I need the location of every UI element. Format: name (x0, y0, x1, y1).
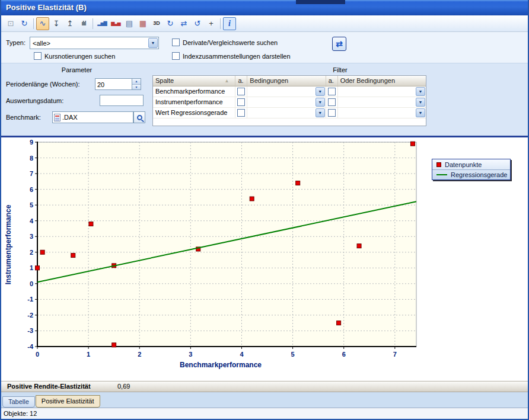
filter-row-name[interactable]: Benchmarkperformance (153, 86, 235, 97)
derivate-label: Derivate/Vergleichswerte suchen (183, 39, 278, 46)
auswertungsdatum-input[interactable] (100, 95, 144, 106)
toolbar-button-delete-table[interactable]: ▦ (136, 17, 149, 30)
y-axis-title: Instrumentperformance (4, 204, 12, 284)
tab-tabelle[interactable]: Tabelle (2, 396, 35, 408)
filter-or-condition-cell[interactable]: ▼ (338, 86, 426, 97)
toolbar-button-rotate[interactable]: ↻ (164, 17, 177, 30)
report-icon: ▤ (126, 20, 133, 27)
filter-row-name[interactable]: Wert Regressionsgerade (153, 108, 235, 118)
toolbar-button-histogram[interactable]: ılıl (77, 17, 90, 30)
parameter-filter-panel: Parameter Filter Periodenlänge (Wochen):… (1, 63, 528, 136)
column-header-and-1[interactable]: a. (235, 76, 247, 86)
title-bar: Positive Elastizität (B) (1, 0, 528, 15)
derivate-checkbox[interactable] (172, 39, 180, 46)
toolbar-buttons: ⊡↻∿↧↥ılıl▂▅▇▆▃▅▤▦3D↻⇄↺+i (4, 17, 236, 30)
spinner-up-icon[interactable]: ▲ (132, 79, 141, 85)
filter-active-checkbox[interactable] (328, 98, 336, 106)
toolbar-button-line-chart[interactable]: ∿ (36, 17, 49, 30)
index-checkbox[interactable] (172, 52, 180, 60)
dropdown-arrow-icon[interactable]: ▼ (416, 98, 425, 107)
toolbar-button-add[interactable]: + (205, 17, 218, 30)
column-header-and-2[interactable]: a. (326, 76, 338, 86)
window-title: Positive Elastizität (B) (6, 3, 87, 12)
filter-active-checkbox[interactable] (237, 88, 245, 95)
rotate-icon: ↻ (167, 20, 174, 27)
legend-item-regressionsgerade[interactable]: Regressionsgerade (432, 169, 510, 179)
y-tick-label: 4 (30, 217, 34, 225)
y-tick-label: 2 (30, 249, 33, 256)
y-tick-label: -3 (27, 327, 33, 334)
tab-positive-elastizit-t[interactable]: Positive Elastizität (36, 395, 100, 408)
filter-active-checkbox[interactable] (237, 109, 245, 117)
toolbar-button-refresh[interactable]: ↻ (18, 17, 31, 30)
data-point (250, 197, 254, 201)
benchmark-field[interactable]: .DAX (52, 111, 133, 123)
column-header-spalte[interactable]: Spalte ▲ (153, 76, 235, 86)
refresh-arrows-icon: ⇄ (336, 39, 343, 49)
typen-select[interactable]: <alle> ▼ (30, 37, 159, 49)
benchmark-search-button[interactable] (133, 111, 145, 123)
column-header-spalte-label: Spalte (155, 77, 174, 84)
dropdown-arrow-icon[interactable]: ▼ (316, 108, 325, 117)
filter-active-cell (326, 108, 338, 118)
legend-item-datenpunkte[interactable]: Datenpunkte (432, 159, 510, 169)
toolbar-button-performance-chart[interactable]: ▆▃▅ (109, 17, 122, 30)
filter-or-condition-cell[interactable]: ▼ (338, 97, 426, 107)
filter-active-checkbox[interactable] (328, 88, 336, 95)
filter-row-name[interactable]: Instrumentperformance (153, 97, 235, 107)
instrument-icon (54, 114, 60, 121)
filter-condition-cell[interactable]: ▼ (247, 86, 326, 97)
kursnotierungen-label: Kursnotierungen suchen (44, 53, 115, 60)
periodenlaenge-spinner: ▲ ▼ (95, 78, 141, 90)
periodenlaenge-input[interactable] (95, 79, 132, 89)
info-icon: i (228, 20, 231, 28)
filter-active-cell (326, 86, 338, 97)
x-tick-label: 7 (393, 351, 397, 358)
performance-chart-icon: ▆▃▅ (111, 21, 120, 26)
bar-chart-icon: ▂▅▇ (97, 21, 106, 26)
spinner-down-icon[interactable]: ▼ (132, 85, 141, 90)
toolbar-button-sort-ascending[interactable]: ↥ (63, 17, 77, 30)
filter-active-cell (235, 86, 247, 97)
x-tick-label: 0 (36, 351, 39, 358)
toolbar-button-bar-chart[interactable]: ▂▅▇ (95, 17, 109, 30)
filter-row: Benchmarkperformance▼▼ (153, 86, 426, 97)
toolbar-separator (93, 18, 93, 29)
filter-condition-cell[interactable]: ▼ (247, 108, 326, 118)
column-header-oder-bedingungen[interactable]: Oder Bedingungen (338, 76, 426, 86)
add-icon: + (209, 20, 213, 27)
spinner-buttons: ▲ ▼ (132, 79, 141, 89)
filter-header: Filter (152, 66, 528, 73)
x-tick-label: 4 (240, 351, 244, 358)
data-point (337, 321, 341, 325)
filter-table-header: Spalte ▲ a. Bedingungen a. Oder Bedingun… (153, 76, 426, 86)
dropdown-arrow-icon[interactable]: ▼ (416, 87, 425, 96)
toolbar-button-swap-axes[interactable]: ⇄ (177, 17, 190, 30)
toolbar-button-rotate-back[interactable]: ↺ (191, 17, 204, 30)
sort-ascending-icon: ▲ (224, 78, 229, 84)
toolbar-button-report[interactable]: ▤ (123, 17, 136, 30)
toolbar-separator (220, 18, 221, 29)
toolbar-button-three-d[interactable]: 3D (150, 17, 163, 30)
search-icon (137, 115, 142, 120)
chevron-down-icon[interactable]: ▼ (148, 38, 158, 48)
dropdown-arrow-icon[interactable]: ▼ (416, 108, 425, 117)
dropdown-arrow-icon[interactable]: ▼ (316, 98, 325, 107)
toolbar-button-info[interactable]: i (223, 17, 236, 30)
filter-active-checkbox[interactable] (328, 109, 336, 117)
sort-ascending-icon: ↥ (67, 20, 74, 27)
dropdown-arrow-icon[interactable]: ▼ (316, 87, 325, 96)
column-header-bedingungen[interactable]: Bedingungen (247, 76, 326, 86)
index-label: Indexzusammenstellungen darstellen (183, 53, 291, 60)
kursnotierungen-checkbox[interactable] (34, 52, 42, 60)
filter-row: Wert Regressionsgerade▼▼ (153, 108, 426, 118)
filter-condition-cell[interactable]: ▼ (247, 97, 326, 107)
refresh-search-button[interactable]: ⇄ (332, 37, 346, 51)
filter-active-checkbox[interactable] (237, 98, 245, 106)
toolbar-button-sort-descending[interactable]: ↧ (50, 17, 63, 30)
result-label: Positive Rendite-Elastizität (7, 383, 91, 390)
refresh-icon: ↻ (21, 20, 28, 27)
search-panel: Typen: <alle> ▼ Derivate/Vergleichswerte… (1, 32, 528, 63)
filter-or-condition-cell[interactable]: ▼ (338, 108, 426, 118)
y-tick-label: -2 (27, 312, 33, 319)
